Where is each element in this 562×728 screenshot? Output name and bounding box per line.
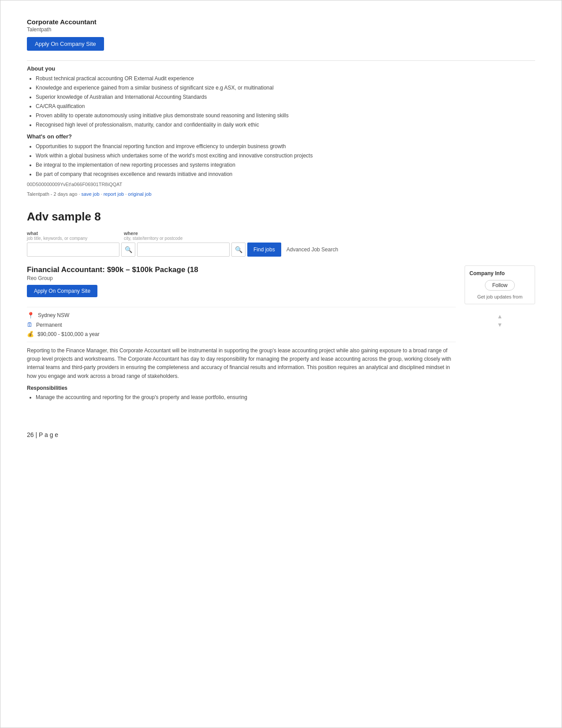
divider2 [27,307,456,307]
apply-btn-main[interactable]: Apply On Company Site [27,37,104,51]
location-row: 📍 Sydney NSW [27,312,456,319]
search-what-icon[interactable]: 🔍 [121,243,135,257]
job-type-row: 🗓 Permanent [27,321,456,328]
list-item: Be integral to the implementation of new… [36,161,535,169]
search-labels: what job title, keywords, or company whe… [27,231,535,242]
salary-row: 💰 $90,000 - $100,000 a year [27,331,456,337]
report-job-link[interactable]: report job [104,191,124,197]
search-where-icon[interactable]: 🔍 [231,243,246,257]
divider1 [27,60,535,61]
list-item: Knowledge and experience gained from a s… [36,84,535,92]
list-item: Be part of company that recognises excel… [36,170,535,178]
job-title-2: Financial Accountant: $90k – $100k Packa… [27,265,456,274]
salary-text: $90,000 - $100,000 a year [37,331,100,337]
list-item: Superior knowledge of Australian and Int… [36,93,535,101]
list-item: Manage the accounting and reporting for … [36,393,456,401]
job-listing-section: Financial Accountant: $90k – $100k Packa… [27,265,535,405]
get-updates-text: Get job updates from [469,294,530,299]
original-job-link[interactable]: original job [128,191,151,197]
job-id: 00D500000009YvEt!a066F06901TR8iQQAT [27,182,535,187]
section1-corporate-accountant: Corporate Accountant Talentpath Apply On… [27,18,535,197]
job-description: Reporting to the Finance Manager, this C… [27,347,456,381]
follow-button[interactable]: Follow [485,280,515,291]
list-item: CA/CRA qualification [36,102,535,110]
whats-on-offer-list: Opportunities to support the financial r… [36,142,535,178]
whats-on-offer-heading: What's on offer? [27,133,535,140]
company-info-box: Company Info Follow Get job updates from [465,265,535,304]
search-what-input[interactable] [27,243,119,257]
advanced-search-link[interactable]: Advanced Job Search [287,246,338,253]
jobtype-icon: 🗓 [27,321,33,328]
sidebar-scroll-icons: ▲ ▼ [465,313,535,328]
save-job-link[interactable]: save job [82,191,100,197]
page-container: Corporate Accountant Talentpath Apply On… [0,0,562,728]
list-item: Proven ability to operate autonomously u… [36,112,535,119]
job-main: Financial Accountant: $90k – $100k Packa… [27,265,456,405]
about-you-list: Robust technical practical accounting OR… [36,75,535,129]
job-meta: Talentpath - 2 days ago · save job · rep… [27,191,535,197]
adv-sample-heading: Adv sample 8 [27,210,535,224]
what-sublabel: job title, keywords, or company [27,236,124,241]
list-item: Recognised high level of professionalism… [36,121,535,129]
location-icon: 📍 [27,312,34,319]
responsibilities-list: Manage the accounting and reporting for … [36,393,456,401]
location-text: Sydney NSW [38,312,69,318]
divider3 [27,342,456,342]
page-footer: 26 | P a g e [27,431,535,438]
search-bar-section: what job title, keywords, or company whe… [27,231,535,257]
page-number: 26 [27,431,34,438]
job-title-main: Corporate Accountant [27,18,535,26]
job-type-text: Permanent [36,322,62,328]
responsibilities-heading: Responsibilities [27,385,456,391]
apply-btn-2[interactable]: Apply On Company Site [27,285,97,297]
company-name-main: Talentpath [27,26,535,33]
about-you-heading: About you [27,65,535,72]
where-label: where [124,231,182,236]
job-sidebar: Company Info Follow Get job updates from… [465,265,535,405]
where-sublabel: city, state/territory or postcode [124,236,182,241]
list-item: Robust technical practical accounting OR… [36,75,535,82]
company-name-2: Reo Group [27,275,456,281]
list-item: Opportunities to support the financial r… [36,142,535,150]
what-label: what [27,231,124,236]
search-row: 🔍 🔍 Find jobs Advanced Job Search [27,243,535,257]
salary-icon: 💰 [27,331,34,337]
page-label: | P a g e [35,431,58,438]
company-info-title: Company Info [469,270,530,276]
scroll-down-icon: ▼ [497,321,503,328]
search-where-input[interactable] [137,243,230,257]
list-item: Work within a global business which unde… [36,152,535,160]
scroll-up-icon: ▲ [497,313,503,320]
find-jobs-button[interactable]: Find jobs [247,243,281,257]
